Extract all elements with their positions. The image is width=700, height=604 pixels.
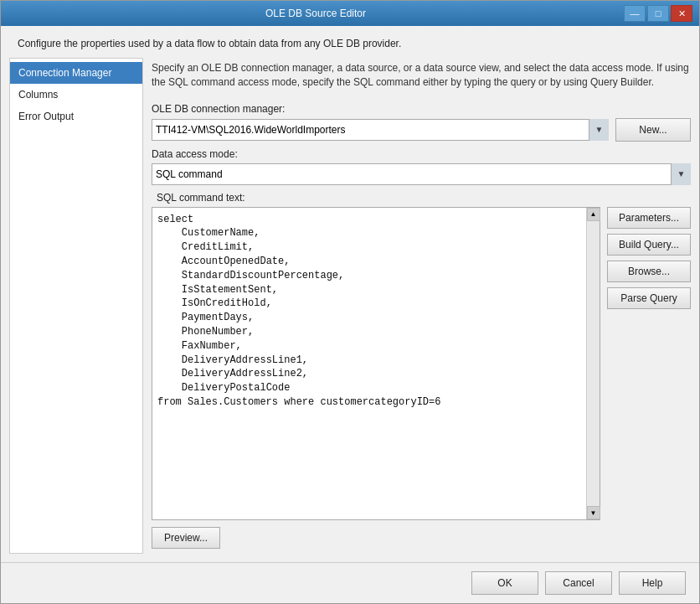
data-access-group: Data access mode: SQL command ▼	[152, 148, 691, 185]
sql-textarea-wrapper: select CustomerName, CreditLimit, Accoun…	[152, 207, 600, 520]
sidebar: Connection Manager Columns Error Output	[9, 58, 143, 554]
window-title: OLE DB Source Editor	[8, 8, 624, 19]
preview-button[interactable]: Preview...	[152, 527, 220, 549]
help-button[interactable]: Help	[619, 571, 686, 595]
title-bar: OLE DB Source Editor — □ ✕	[1, 1, 699, 26]
ok-button[interactable]: OK	[471, 571, 538, 595]
data-access-label: Data access mode:	[152, 148, 691, 160]
main-body: Connection Manager Columns Error Output …	[1, 58, 699, 562]
top-info: Configure the properties used by a data …	[1, 26, 699, 58]
side-buttons: Parameters... Build Query... Browse... P…	[607, 207, 691, 520]
right-panel: Specify an OLE DB connection manager, a …	[152, 58, 691, 554]
scroll-thumb[interactable]	[588, 222, 600, 505]
panel-description: Specify an OLE DB connection manager, a …	[152, 58, 691, 96]
preview-row: Preview...	[152, 524, 691, 554]
connection-manager-group: OLE DB connection manager: TTI412-VM\SQL…	[152, 103, 691, 142]
scroll-down-icon[interactable]: ▼	[587, 506, 600, 519]
close-button[interactable]: ✕	[671, 5, 692, 22]
browse-button[interactable]: Browse...	[607, 261, 691, 282]
new-button[interactable]: New...	[615, 118, 691, 142]
data-access-combo-wrapper: SQL command ▼	[152, 163, 691, 185]
parameters-button[interactable]: Parameters...	[607, 207, 691, 229]
content-area: Configure the properties used by a data …	[1, 26, 699, 603]
parse-query-button[interactable]: Parse Query	[607, 287, 691, 309]
sql-command-label: SQL command text:	[157, 192, 691, 204]
sql-scrollbar[interactable]: ▲ ▼	[586, 208, 600, 519]
data-access-row: SQL command ▼	[152, 163, 691, 185]
sidebar-item-error-output[interactable]: Error Output	[10, 106, 142, 127]
connection-manager-select[interactable]: TTI412-VM\SQL2016.WideWorldImporters	[152, 119, 609, 141]
minimize-button[interactable]: —	[624, 5, 646, 22]
sidebar-item-columns[interactable]: Columns	[10, 84, 142, 106]
scroll-up-icon[interactable]: ▲	[587, 208, 600, 221]
connection-manager-label: OLE DB connection manager:	[152, 103, 691, 115]
sql-textarea[interactable]: select CustomerName, CreditLimit, Accoun…	[152, 208, 586, 519]
top-info-text: Configure the properties used by a data …	[18, 38, 401, 49]
cancel-button[interactable]: Cancel	[545, 571, 612, 595]
sql-area-row: select CustomerName, CreditLimit, Accoun…	[152, 207, 691, 520]
build-query-button[interactable]: Build Query...	[607, 234, 691, 256]
maximize-button[interactable]: □	[647, 5, 669, 22]
connection-manager-combo-wrapper: TTI412-VM\SQL2016.WideWorldImporters ▼	[152, 119, 609, 141]
data-access-select[interactable]: SQL command	[152, 163, 691, 185]
footer: OK Cancel Help	[1, 562, 699, 603]
connection-manager-row: TTI412-VM\SQL2016.WideWorldImporters ▼ N…	[152, 118, 691, 142]
main-window: OLE DB Source Editor — □ ✕ Configure the…	[0, 0, 700, 604]
sql-section: SQL command text: select CustomerName, C…	[152, 192, 691, 554]
window-controls: — □ ✕	[624, 5, 692, 22]
sidebar-item-connection-manager[interactable]: Connection Manager	[10, 62, 142, 84]
